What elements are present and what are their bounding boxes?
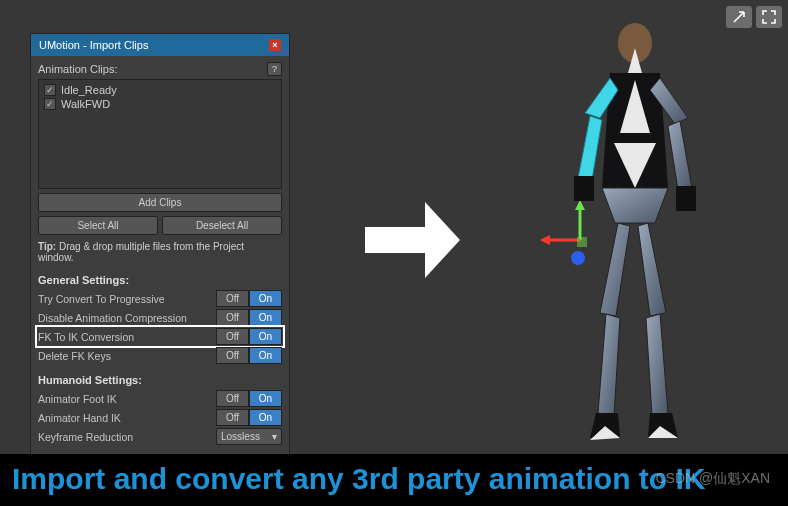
setting-row-general-1: Disable Animation CompressionOffOn (38, 308, 282, 327)
fullscreen-icon (762, 10, 776, 24)
import-clips-dialog: UMotion - Import Clips × Animation Clips… (30, 33, 290, 486)
svg-marker-21 (638, 223, 666, 316)
toggle[interactable]: OffOn (216, 390, 282, 407)
dialog-titlebar[interactable]: UMotion - Import Clips × (31, 34, 289, 56)
setting-label: Animator Hand IK (38, 412, 121, 424)
keyframe-select[interactable]: Lossless ▾ (216, 428, 282, 445)
list-item[interactable]: ✓ WalkFWD (42, 97, 278, 111)
close-button[interactable]: × (269, 39, 281, 51)
svg-marker-15 (668, 121, 692, 190)
humanoid-settings-heading: Humanoid Settings: (38, 371, 282, 389)
keyframe-reduction-row: Keyframe Reduction Lossless ▾ (38, 427, 282, 446)
svg-marker-10 (602, 188, 668, 223)
svg-rect-16 (676, 186, 696, 211)
setting-row-general-0: Try Convert To ProgressiveOffOn (38, 289, 282, 308)
svg-marker-22 (646, 314, 668, 416)
clip-label: Idle_Ready (61, 84, 117, 96)
fullscreen-button[interactable] (756, 6, 782, 28)
character-rig (530, 18, 740, 448)
checkbox-icon[interactable]: ✓ (44, 84, 56, 96)
toggle[interactable]: OffOn (216, 290, 282, 307)
setting-label: Disable Animation Compression (38, 312, 187, 324)
setting-row-humanoid-0: Animator Foot IKOffOn (38, 389, 282, 408)
toggle-off[interactable]: Off (216, 409, 249, 426)
setting-row-general-2: FK To IK ConversionOffOn (38, 327, 282, 346)
setting-row-humanoid-1: Animator Hand IKOffOn (38, 408, 282, 427)
svg-marker-18 (598, 314, 620, 416)
toggle-on[interactable]: On (249, 290, 282, 307)
chevron-down-icon: ▾ (272, 431, 277, 442)
toggle-on[interactable]: On (249, 390, 282, 407)
toggle[interactable]: OffOn (216, 309, 282, 326)
clips-label: Animation Clips: (38, 63, 117, 75)
clip-label: WalkFWD (61, 98, 110, 110)
svg-rect-13 (574, 176, 594, 201)
general-settings-heading: General Settings: (38, 271, 282, 289)
checkbox-icon[interactable]: ✓ (44, 98, 56, 110)
toggle-off[interactable]: Off (216, 309, 249, 326)
arrow-graphic (365, 200, 460, 280)
keyframe-value: Lossless (221, 431, 260, 442)
deselect-all-button[interactable]: Deselect All (162, 216, 282, 235)
setting-label: Animator Foot IK (38, 393, 117, 405)
toggle-off[interactable]: Off (216, 328, 249, 345)
toggle[interactable]: OffOn (216, 409, 282, 426)
toggle-off[interactable]: Off (216, 290, 249, 307)
watermark: CSDN @仙魁XAN (655, 470, 770, 488)
toggle-on[interactable]: On (249, 328, 282, 345)
keyframe-label: Keyframe Reduction (38, 431, 133, 443)
toggle-on[interactable]: On (249, 347, 282, 364)
toggle-on[interactable]: On (249, 309, 282, 326)
setting-label: Try Convert To Progressive (38, 293, 165, 305)
list-item[interactable]: ✓ Idle_Ready (42, 83, 278, 97)
setting-label: Delete FK Keys (38, 350, 111, 362)
tip-text-visible: Drag & drop multiple files from the Proj… (38, 241, 244, 263)
toggle[interactable]: OffOn (216, 328, 282, 345)
svg-marker-17 (600, 223, 630, 316)
add-clips-button[interactable]: Add Clips (38, 193, 282, 212)
close-icon: × (272, 40, 277, 50)
toggle-off[interactable]: Off (216, 347, 249, 364)
toggle-off[interactable]: Off (216, 390, 249, 407)
dialog-title: UMotion - Import Clips (39, 39, 148, 51)
clips-list[interactable]: ✓ Idle_Ready ✓ WalkFWD (38, 79, 282, 189)
toggle-on[interactable]: On (249, 409, 282, 426)
setting-label: FK To IK Conversion (38, 331, 134, 343)
help-button[interactable]: ? (267, 62, 282, 76)
select-all-button[interactable]: Select All (38, 216, 158, 235)
svg-marker-12 (578, 116, 602, 180)
setting-row-general-3: Delete FK KeysOffOn (38, 346, 282, 365)
toggle[interactable]: OffOn (216, 347, 282, 364)
